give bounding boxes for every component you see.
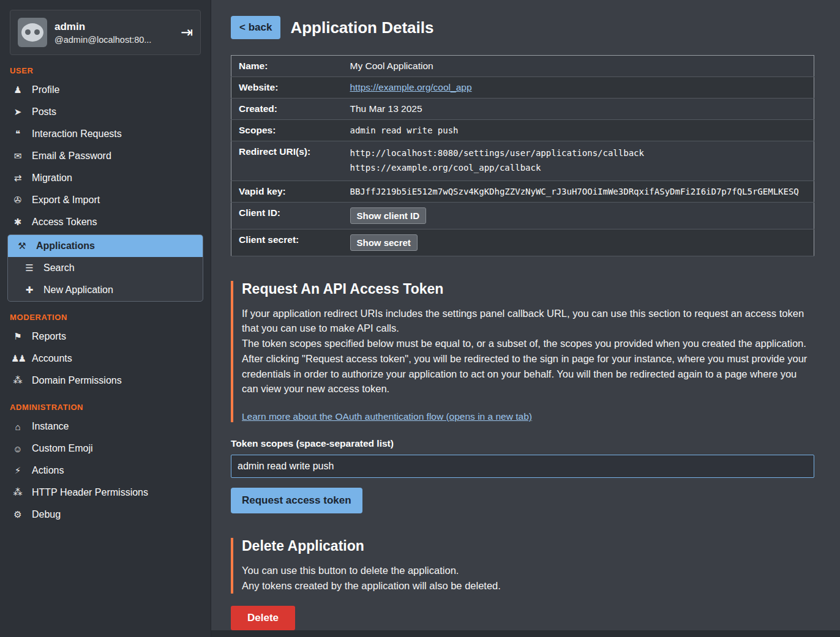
sidebar-item-instance[interactable]: ⌂ Instance <box>0 415 211 438</box>
page-header: < back Application Details <box>231 16 814 39</box>
request-token-section: Request An API Access Token If your appl… <box>231 281 814 423</box>
row-value: BBJffJ219b5iE512m7wQSzv4KgKDhgZZVzNyWC_r… <box>347 181 814 202</box>
table-row-website: Website: https://example.org/cool_app <box>231 77 814 99</box>
asterisk-icon: ✱ <box>11 217 23 228</box>
back-button[interactable]: < back <box>231 16 280 39</box>
sidebar-item-actions[interactable]: ⚡ Actions <box>0 460 211 482</box>
sidebar-item-email-password[interactable]: ✉ Email & Password <box>0 145 211 167</box>
row-value: admin read write push <box>347 120 814 141</box>
request-token-paragraph: If your application redirect URIs includ… <box>242 306 814 337</box>
user-card: admin @admin@localhost:80... ⇥ <box>10 10 201 55</box>
website-link[interactable]: https://example.org/cool_app <box>350 82 472 92</box>
bolt-icon: ⚡ <box>11 465 23 476</box>
request-token-heading: Request An API Access Token <box>242 281 814 297</box>
row-label: Client secret: <box>231 229 347 256</box>
sidebar-item-export-import[interactable]: ✇ Export & Import <box>0 189 211 211</box>
sidebar-item-reports[interactable]: ⚑ Reports <box>0 326 211 348</box>
row-value: http://localhost:8080/settings/user/appl… <box>347 141 814 181</box>
row-label: Vapid key: <box>231 181 347 202</box>
exchange-arrows-icon: ⇄ <box>11 173 23 184</box>
show-client-id-button[interactable]: Show client ID <box>350 207 427 224</box>
sidebar-item-label: New Application <box>43 285 113 296</box>
sidebar-item-label: Accounts <box>32 353 72 364</box>
share-nodes-icon: ⁂ <box>11 375 23 386</box>
app-root: admin @admin@localhost:80... ⇥ USER ♟ Pr… <box>0 0 840 637</box>
sidebar-item-label: Applications <box>36 240 95 251</box>
request-access-token-button[interactable]: Request access token <box>231 488 362 513</box>
users-icon: ♟♟ <box>11 353 23 364</box>
user-name: admin <box>54 21 151 33</box>
lock-icon: ✉ <box>11 151 23 162</box>
sidebar-item-access-tokens[interactable]: ✱ Access Tokens <box>0 211 211 233</box>
delete-application-line: Any tokens created by the application wi… <box>242 578 814 594</box>
request-token-paragraph: The token scopes specified below must be… <box>242 336 814 351</box>
sidebar-item-label: Profile <box>32 84 59 95</box>
table-row-client-secret: Client secret: Show secret <box>231 229 814 256</box>
token-scopes-input[interactable] <box>231 455 814 478</box>
sidebar-item-debug[interactable]: ⚙ Debug <box>0 504 211 526</box>
row-value: Thu Mar 13 2025 <box>347 99 814 120</box>
delete-application-line: You can use this button to delete the ap… <box>242 563 814 578</box>
flag-icon: ⚑ <box>11 331 23 342</box>
sidebar-item-label: Actions <box>32 465 64 476</box>
network-icon: ⁂ <box>11 487 23 498</box>
row-label: Created: <box>231 99 347 120</box>
sidebar-item-applications[interactable]: ⚒ Applications <box>8 235 203 257</box>
row-value: Show client ID <box>347 202 814 229</box>
sidebar-nav-moderation: ⚑ Reports ♟♟ Accounts ⁂ Domain Permissio… <box>0 326 211 392</box>
comment-icon: ❝ <box>11 129 23 140</box>
sidebar-item-label: Debug <box>32 509 61 520</box>
bug-icon: ⚙ <box>11 509 23 520</box>
sidebar-item-label: Interaction Requests <box>32 129 122 140</box>
row-value: Show secret <box>347 229 814 256</box>
sidebar-item-accounts[interactable]: ♟♟ Accounts <box>0 348 211 370</box>
page-title: Application Details <box>290 18 433 37</box>
row-label: Website: <box>231 77 347 99</box>
sidebar-item-label: Export & Import <box>32 195 100 206</box>
sidebar-section-moderation: MODERATION <box>10 313 201 322</box>
sidebar-nav-user: ♟ Profile ➤ Posts ❝ Interaction Requests… <box>0 79 211 302</box>
application-details-table: Name: My Cool Application Website: https… <box>231 55 814 256</box>
redirect-uri: https://example.org/cool_app/callback <box>350 161 811 176</box>
sidebar-item-posts[interactable]: ➤ Posts <box>0 101 211 123</box>
delete-button[interactable]: Delete <box>231 606 295 630</box>
sidebar-item-label: Posts <box>32 106 56 117</box>
delete-application-heading: Delete Application <box>242 538 814 554</box>
logout-icon[interactable]: ⇥ <box>181 25 193 40</box>
sidebar-item-profile[interactable]: ♟ Profile <box>0 79 211 101</box>
sidebar-section-administration: ADMINISTRATION <box>10 403 201 412</box>
sidebar-item-label: Custom Emoji <box>32 443 93 454</box>
sidebar-subitem-search[interactable]: ☰ Search <box>8 257 203 279</box>
sidebar-item-label: Email & Password <box>32 151 111 162</box>
sidebar-item-label: Access Tokens <box>32 217 97 228</box>
list-icon: ☰ <box>23 263 35 274</box>
sidebar-nav-administration: ⌂ Instance ☺ Custom Emoji ⚡ Actions ⁂ HT… <box>0 415 211 526</box>
table-row-scopes: Scopes: admin read write push <box>231 120 814 141</box>
table-row-created: Created: Thu Mar 13 2025 <box>231 99 814 120</box>
request-token-paragraph: After clicking "Request access token", y… <box>242 351 814 397</box>
paper-plane-icon: ➤ <box>11 106 23 117</box>
sidebar-item-http-header-permissions[interactable]: ⁂ HTTP Header Permissions <box>0 482 211 504</box>
row-value: My Cool Application <box>347 56 814 77</box>
token-scopes-label: Token scopes (space-separated list) <box>231 438 814 449</box>
avatar <box>18 18 47 47</box>
sidebar-item-custom-emoji[interactable]: ☺ Custom Emoji <box>0 438 211 460</box>
show-secret-button[interactable]: Show secret <box>350 234 418 251</box>
applications-group: ⚒ Applications ☰ Search ✚ New Applicatio… <box>7 234 203 302</box>
sidebar-item-label: Instance <box>32 421 69 432</box>
delete-application-section: Delete Application You can use this butt… <box>231 538 814 594</box>
sidebar-item-label: Search <box>43 263 75 274</box>
sidebar-item-migration[interactable]: ⇄ Migration <box>0 167 211 189</box>
row-value: https://example.org/cool_app <box>347 77 814 99</box>
sitemap-icon: ⌂ <box>11 422 23 432</box>
sidebar: admin @admin@localhost:80... ⇥ USER ♟ Pr… <box>0 0 211 637</box>
table-row-vapid-key: Vapid key: BBJffJ219b5iE512m7wQSzv4KgKDh… <box>231 181 814 202</box>
sidebar-subitem-new-application[interactable]: ✚ New Application <box>8 279 203 301</box>
oauth-docs-link[interactable]: Learn more about the OAuth authenticatio… <box>242 411 532 422</box>
sidebar-item-domain-permissions[interactable]: ⁂ Domain Permissions <box>0 370 211 392</box>
row-label: Scopes: <box>231 120 347 141</box>
row-label: Redirect URI(s): <box>231 141 347 181</box>
redirect-uri: http://localhost:8080/settings/user/appl… <box>350 146 811 161</box>
sidebar-item-interaction-requests[interactable]: ❝ Interaction Requests <box>0 123 211 145</box>
user-icon: ♟ <box>11 84 23 95</box>
